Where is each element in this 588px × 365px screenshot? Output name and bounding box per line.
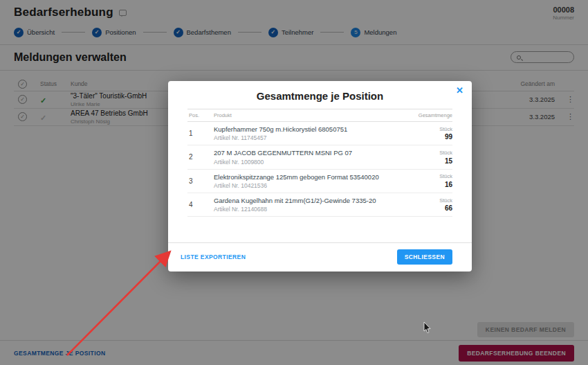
app-window: Bedarfserhebung 00008 Nummer Übersicht P…: [0, 0, 588, 365]
produkt-name: Elektronikspitzzange 125mm gebogen Forma…: [214, 172, 397, 182]
liste-exportieren-button[interactable]: LISTE EXPORTIEREN: [181, 253, 246, 260]
dialog-row: 3 Elektronikspitzzange 125mm gebogen For…: [187, 170, 452, 193]
col-produkt: Produkt: [214, 112, 397, 118]
artikel-nr: Artikel Nr. 10421536: [214, 182, 397, 190]
dialog-row: 1 Kupferhammer 750g m.Hickorystiel 68050…: [187, 122, 452, 145]
einheit: Stück: [397, 126, 452, 134]
gesamtmenge-dialog: ✕ Gesamtmenge je Position Pos. Produkt G…: [168, 81, 472, 271]
artikel-nr: Artikel Nr. 11745457: [214, 134, 397, 142]
col-pos: Pos.: [187, 112, 214, 118]
schliessen-button[interactable]: SCHLIESSEN: [397, 249, 452, 265]
pos-value: 1: [187, 130, 214, 137]
produkt-name: 207 M JACOB GEGENMUTTERN MSNI PG 07: [214, 148, 397, 158]
dialog-table: Pos. Produkt Gesamtmenge 1 Kupferhammer …: [187, 109, 452, 217]
dialog-footer: LISTE EXPORTIEREN SCHLIESSEN: [168, 242, 472, 271]
menge: 16: [397, 181, 452, 188]
einheit: Stück: [397, 173, 452, 181]
dialog-row: 4 Gardena Kugelhahn mit 21mm(G1/2)-Gewin…: [187, 193, 452, 217]
dialog-title: Gesamtmenge je Position: [168, 81, 472, 109]
einheit: Stück: [397, 197, 452, 205]
menge: 15: [397, 157, 452, 165]
produkt-name: Kupferhammer 750g m.Hickorystiel 6805075…: [214, 125, 397, 134]
pos-value: 2: [187, 153, 214, 161]
einheit: Stück: [397, 150, 452, 157]
dialog-row: 2 207 M JACOB GEGENMUTTERN MSNI PG 07 Ar…: [187, 145, 452, 169]
menge: 66: [397, 204, 452, 212]
menge: 99: [397, 133, 452, 141]
produkt-name: Gardena Kugelhahn mit 21mm(G1/2)-Gewinde…: [214, 196, 397, 206]
artikel-nr: Artikel Nr. 12140688: [214, 206, 397, 213]
pos-value: 4: [187, 201, 214, 208]
close-icon[interactable]: ✕: [456, 86, 463, 95]
col-gesamtmenge: Gesamtmenge: [397, 112, 452, 118]
pos-value: 3: [187, 177, 214, 185]
artikel-nr: Artikel Nr. 1009800: [214, 159, 397, 166]
dialog-table-header: Pos. Produkt Gesamtmenge: [187, 109, 452, 122]
